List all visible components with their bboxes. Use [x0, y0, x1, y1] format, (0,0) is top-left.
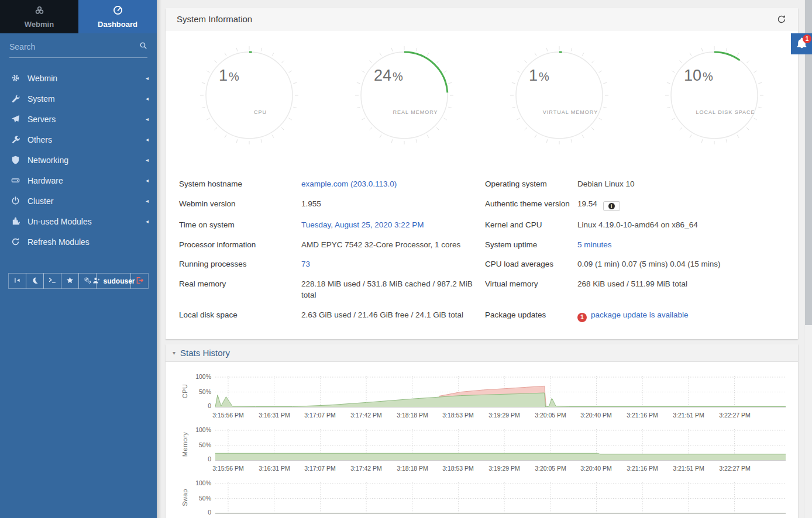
info-label: System uptime [485, 235, 577, 255]
system-information-header: System Information [166, 8, 798, 30]
search-icon[interactable] [139, 42, 147, 52]
notifications-button[interactable]: 1 [791, 33, 812, 54]
gears-icon [84, 276, 91, 286]
sidebar-item-webmin[interactable]: Webmin◂ [0, 68, 157, 88]
x-axis-tick-label: 3:21:51 PM [673, 412, 704, 419]
info-label: Time on system [179, 215, 301, 235]
x-axis-tick-label: 3:18:18 PM [397, 465, 428, 472]
x-axis-tick-label: 3:20:40 PM [580, 412, 612, 419]
info-value-link[interactable]: package update is available [591, 310, 689, 319]
sidebar-item-cluster[interactable]: Cluster◂ [0, 191, 157, 211]
info-label: Local disk space [179, 305, 301, 326]
gauge-cpu: 1% CPU [199, 46, 299, 147]
terminal-button[interactable] [43, 273, 61, 289]
x-axis-tick-label: 3:17:42 PM [350, 412, 382, 419]
main-content: System Information 1% CPU 24% REAL MEMOR… [157, 0, 812, 518]
theme-info-button[interactable]: i [603, 201, 620, 211]
refresh-button[interactable] [776, 14, 787, 25]
gauges-row: 1% CPU 24% REAL MEMORY 1% VIRTUAL MEMORY… [166, 30, 798, 147]
tab-dashboard[interactable]: Dashboard [78, 0, 157, 33]
chart-axis-title: Swap [180, 481, 190, 514]
sidebar: Webmin Dashboard Webmin◂System◂Servers◂O… [0, 0, 157, 518]
sidebar-item-refresh-modules[interactable]: Refresh Modules [0, 232, 157, 252]
x-axis-tick-label: 3:18:53 PM [442, 412, 474, 419]
tab-dashboard-label: Dashboard [98, 20, 137, 29]
x-axis-tick-label: 3:15:56 PM [212, 412, 244, 419]
info-value-link[interactable]: example.com (203.0.113.0) [301, 179, 397, 188]
svg-text:REAL MEMORY: REAL MEMORY [393, 109, 438, 115]
sidebar-menu: Webmin◂System◂Servers◂Others◂Networking◂… [0, 68, 157, 252]
paper-plane-icon [11, 115, 20, 124]
webmin-logo-icon [35, 5, 44, 18]
chart-x-labels: 3:15:56 PM3:16:31 PM3:17:07 PM3:17:42 PM… [215, 514, 786, 518]
x-axis-tick-label: 3:16:31 PM [259, 412, 290, 419]
favorites-button[interactable] [61, 273, 79, 289]
info-value-link[interactable]: Tuesday, August 25, 2020 3:22 PM [301, 220, 424, 229]
star-icon [66, 276, 74, 286]
info-value: AMD EPYC 7542 32-Core Processor, 1 cores [301, 240, 460, 249]
chart-plot-area [215, 481, 786, 514]
x-axis-tick-label: 3:22:27 PM [719, 465, 751, 472]
sidebar-item-networking[interactable]: Networking◂ [0, 150, 157, 170]
info-value-link[interactable]: 73 [301, 260, 310, 268]
info-label: Processor information [179, 235, 301, 255]
info-label: CPU load averages [485, 254, 577, 274]
info-value-cell: 0.09 (1 min) 0.07 (5 mins) 0.04 (15 mins… [577, 254, 785, 274]
tab-webmin[interactable]: Webmin [0, 0, 78, 33]
x-axis-tick-label: 3:18:18 PM [397, 412, 428, 419]
logout-button[interactable] [130, 273, 149, 289]
info-label: Operating system [485, 174, 577, 194]
tab-webmin-label: Webmin [25, 20, 54, 29]
info-label: Real memory [179, 274, 301, 305]
sidebar-item-label: Un-used Modules [27, 217, 146, 226]
info-icon: i [608, 203, 615, 209]
caret-left-icon: ◂ [146, 157, 149, 163]
stats-history-toggle[interactable]: ▾ Stats History [166, 344, 798, 362]
chart-y-ticks: 100%50%0 [190, 481, 215, 514]
info-value-cell: AMD EPYC 7542 32-Core Processor, 1 cores [301, 235, 485, 255]
info-value: 2.63 GiB used / 21.46 GiB free / 24.1 Gi… [301, 310, 463, 319]
stats-history-panel: ▾ Stats History CPU100%50%03:15:56 PM3:1… [166, 344, 798, 518]
dashboard-gauge-icon [113, 5, 123, 18]
sidebar-item-un-used-modules[interactable]: Un-used Modules◂ [0, 211, 157, 232]
info-label: Authentic theme version [485, 194, 577, 216]
system-information-panel: System Information 1% CPU 24% REAL MEMOR… [166, 8, 798, 339]
info-value-cell: 5 minutes [577, 235, 785, 255]
info-value-cell: Tuesday, August 25, 2020 3:22 PM [301, 215, 485, 235]
sidebar-item-label: Servers [27, 115, 146, 124]
info-value: 228.18 MiB used / 531.8 MiB cached / 987… [301, 279, 473, 300]
stats-chart-swap: Swap100%50%03:15:56 PM3:16:31 PM3:17:07 … [180, 481, 798, 518]
collapse-sidebar-button[interactable] [8, 273, 26, 289]
x-axis-tick-label: 3:15:56 PM [212, 465, 244, 472]
info-value: 0.09 (1 min) 0.07 (5 mins) 0.04 (15 mins… [577, 260, 721, 268]
scrollbar-track [804, 0, 812, 518]
info-value-cell: 268 KiB used / 511.99 MiB total [577, 274, 785, 305]
info-value-cell: 73 [301, 254, 485, 274]
caret-left-icon: ◂ [146, 136, 149, 143]
info-value: 1.955 [301, 199, 321, 208]
sidebar-item-servers[interactable]: Servers◂ [0, 109, 157, 129]
wrench-icon [11, 94, 20, 103]
chart-axis-title: CPU [180, 375, 190, 408]
sidebar-item-system[interactable]: System◂ [0, 88, 157, 109]
info-value-link[interactable]: 5 minutes [577, 240, 612, 249]
chart-x-labels: 3:15:56 PM3:16:31 PM3:17:07 PM3:17:42 PM… [215, 461, 786, 473]
info-value-cell: 1.955 [301, 194, 485, 216]
user-button[interactable]: sudouser [96, 273, 131, 289]
sidebar-tabs: Webmin Dashboard [0, 0, 157, 33]
search-input[interactable] [9, 42, 139, 51]
sidebar-item-others[interactable]: Others◂ [0, 129, 157, 150]
gauge-real-memory: 24% REAL MEMORY [355, 46, 454, 147]
info-value-cell: 2.63 GiB used / 21.46 GiB free / 24.1 Gi… [301, 305, 485, 326]
svg-text:VIRTUAL MEMORY: VIRTUAL MEMORY [543, 109, 598, 115]
info-value-cell: Linux 4.19.0-10-amd64 on x86_64 [577, 215, 785, 235]
gear-icon [11, 74, 20, 83]
caret-left-icon: ◂ [146, 218, 149, 225]
info-value: Linux 4.19.0-10-amd64 on x86_64 [577, 220, 698, 229]
night-mode-button[interactable] [26, 273, 44, 289]
x-axis-tick-label: 3:16:31 PM [259, 465, 290, 472]
x-axis-tick-label: 3:18:53 PM [442, 465, 474, 472]
chart-plot-area [215, 375, 786, 408]
sidebar-item-hardware[interactable]: Hardware◂ [0, 170, 157, 191]
sidebar-item-label: Cluster [27, 196, 146, 206]
